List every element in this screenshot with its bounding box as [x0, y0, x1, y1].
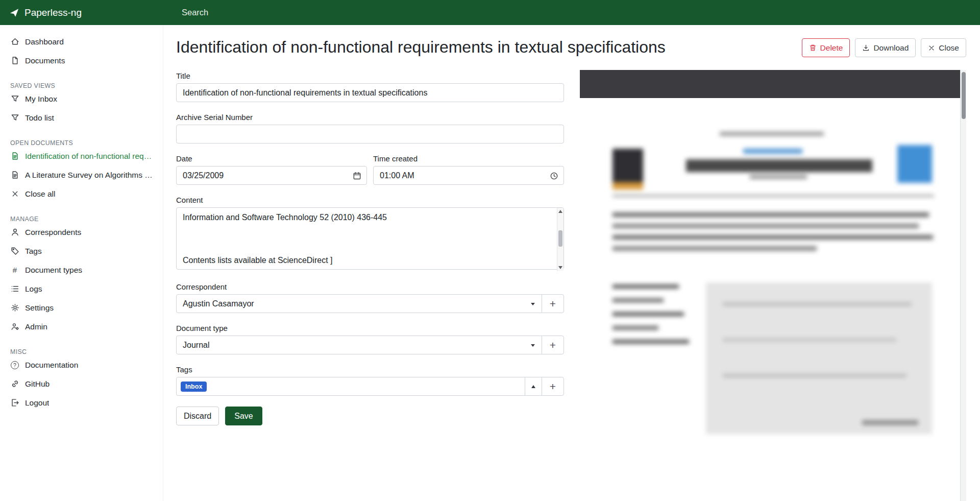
- scroll-down-arrow-icon[interactable]: [558, 266, 562, 269]
- content-scrollbar[interactable]: [557, 208, 564, 271]
- add-document-type-button[interactable]: +: [542, 336, 564, 354]
- plus-icon: +: [550, 298, 556, 310]
- pdf-page-blurred-content: [580, 98, 960, 501]
- close-icon: [10, 189, 19, 199]
- sidebar-item-correspondents[interactable]: Correspondents: [0, 223, 163, 242]
- gear-icon: [10, 303, 19, 313]
- tag-icon: [10, 247, 19, 256]
- sidebar-item-label: Logs: [25, 284, 42, 294]
- clock-icon[interactable]: [550, 172, 558, 180]
- scrollbar-thumb[interactable]: [558, 230, 562, 247]
- add-tag-button[interactable]: +: [542, 377, 564, 396]
- title-input[interactable]: [176, 83, 564, 102]
- preview-scrollbar[interactable]: [960, 70, 966, 501]
- archive-serial-number-input[interactable]: [176, 125, 564, 144]
- sidebar-item-label: Document types: [25, 266, 82, 275]
- sidebar-item-label: Close all: [25, 189, 55, 199]
- sidebar-item-label: Tags: [25, 247, 42, 256]
- chevron-down-icon: [531, 344, 535, 347]
- sidebar-item-tags[interactable]: Tags: [0, 242, 163, 260]
- sidebar-item-logout[interactable]: Logout: [0, 393, 163, 412]
- time-created-input[interactable]: [373, 166, 564, 185]
- sidebar-item-settings[interactable]: Settings: [0, 298, 163, 317]
- document-type-select[interactable]: Journal: [176, 336, 542, 354]
- calendar-icon[interactable]: [353, 172, 361, 180]
- open-documents-header: OPEN DOCUMENTS: [0, 134, 163, 147]
- sidebar: Dashboard Documents SAVED VIEWS My Inbox…: [0, 25, 163, 501]
- page-header: Identification of non-functional require…: [163, 25, 980, 58]
- download-button[interactable]: Download: [855, 38, 916, 57]
- link-icon: [10, 379, 19, 389]
- time-field-group: Time created: [373, 154, 564, 185]
- trash-icon: [809, 44, 817, 52]
- sidebar-item-document-types[interactable]: # Document types: [0, 260, 163, 279]
- correspondent-label: Correspondent: [176, 282, 564, 291]
- tag-badge-inbox[interactable]: Inbox: [181, 381, 207, 392]
- content-label: Content: [176, 196, 564, 204]
- sidebar-item-label: Admin: [25, 322, 47, 331]
- sidebar-item-label: My Inbox: [25, 94, 57, 104]
- sidebar-item-logs[interactable]: Logs: [0, 279, 163, 298]
- sidebar-open-document-1[interactable]: Identification of non-functional require…: [0, 147, 163, 165]
- brand-logo-icon: [9, 8, 19, 18]
- plus-icon: +: [550, 380, 556, 393]
- file-text-icon: [10, 152, 19, 161]
- sidebar-item-documentation[interactable]: ? Documentation: [0, 355, 163, 374]
- close-button[interactable]: Close: [921, 38, 966, 57]
- sidebar-open-document-2[interactable]: A Literature Survey on Algorithms for Mu…: [0, 165, 163, 184]
- sidebar-item-todo-list[interactable]: Todo list: [0, 108, 163, 127]
- sidebar-item-label: GitHub: [25, 379, 50, 389]
- caret-up-icon: [531, 385, 535, 388]
- sidebar-item-label: Settings: [25, 303, 54, 313]
- discard-button[interactable]: Discard: [176, 407, 219, 425]
- sidebar-item-label: Documentation: [25, 361, 78, 370]
- close-icon: [928, 44, 935, 52]
- download-label: Download: [873, 43, 909, 53]
- tags-input[interactable]: Inbox: [176, 377, 525, 396]
- correspondent-select[interactable]: Agustin Casamayor: [176, 294, 542, 313]
- document-form: Title Archive Serial Number Date Time cr…: [176, 71, 564, 425]
- brand[interactable]: Paperless-ng: [0, 0, 163, 25]
- time-created-label: Time created: [373, 154, 564, 163]
- search-input[interactable]: [182, 4, 508, 21]
- form-actions: Discard Save: [176, 407, 564, 425]
- save-button[interactable]: Save: [225, 407, 262, 425]
- header-actions: Delete Download Close: [802, 38, 966, 57]
- date-label: Date: [176, 154, 367, 163]
- sidebar-item-dashboard[interactable]: Dashboard: [0, 32, 163, 51]
- misc-header: MISC: [0, 343, 163, 355]
- scroll-up-arrow-icon[interactable]: [558, 210, 562, 213]
- delete-button[interactable]: Delete: [802, 38, 850, 57]
- file-text-icon: [10, 171, 19, 180]
- tags-dropdown-toggle-button[interactable]: [525, 377, 542, 396]
- sidebar-item-label: Identification of non-functional require…: [25, 152, 153, 161]
- tags-label: Tags: [176, 365, 564, 374]
- preview-scrollbar-thumb[interactable]: [962, 72, 966, 119]
- sidebar-item-label: Correspondents: [25, 228, 81, 237]
- sidebar-item-label: Documents: [25, 56, 65, 65]
- content-textarea[interactable]: Information and Software Technology 52 (…: [176, 207, 564, 270]
- date-field-group: Date: [176, 154, 367, 185]
- house-icon: [10, 37, 19, 46]
- sidebar-item-my-inbox[interactable]: My Inbox: [0, 89, 163, 108]
- list-icon: [10, 284, 19, 294]
- question-icon: ?: [10, 361, 19, 370]
- sidebar-item-admin[interactable]: Admin: [0, 317, 163, 336]
- person-icon: [10, 228, 19, 237]
- manage-header: MANAGE: [0, 210, 163, 223]
- admin-user-icon: [10, 322, 19, 331]
- content-field: Information and Software Technology 52 (…: [176, 207, 564, 272]
- funnel-icon: [10, 94, 19, 104]
- sidebar-item-github[interactable]: GitHub: [0, 374, 163, 393]
- asn-label: Archive Serial Number: [176, 113, 564, 122]
- sidebar-item-documents[interactable]: Documents: [0, 51, 163, 70]
- download-icon: [862, 44, 870, 52]
- chevron-down-icon: [531, 303, 535, 305]
- sidebar-item-close-all[interactable]: Close all: [0, 184, 163, 203]
- add-correspondent-button[interactable]: +: [542, 294, 564, 313]
- file-icon: [10, 56, 19, 65]
- date-input[interactable]: [176, 166, 367, 185]
- sidebar-item-label: Todo list: [25, 113, 54, 123]
- pdf-viewer-toolbar: [580, 70, 960, 98]
- close-label: Close: [939, 43, 959, 53]
